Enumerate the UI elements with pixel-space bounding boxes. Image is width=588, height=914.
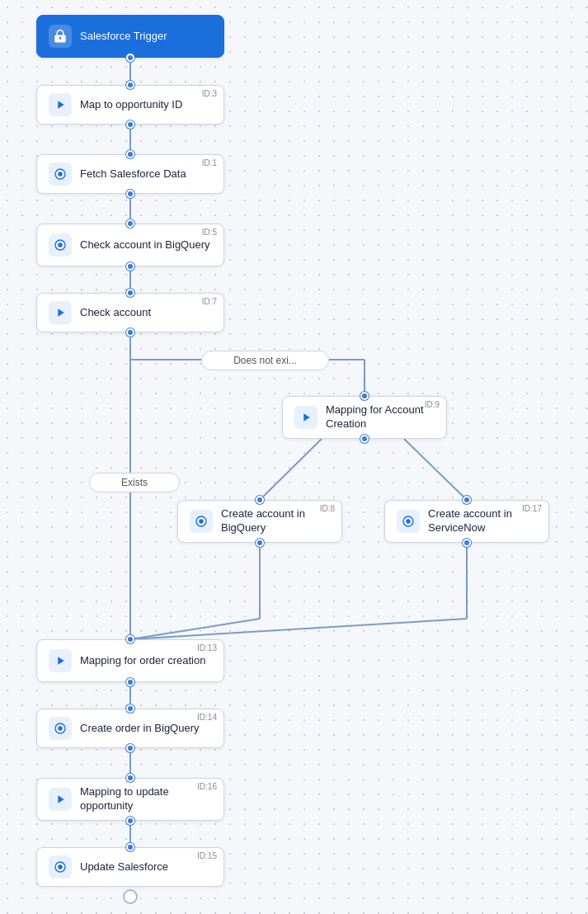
svg-point-28: [58, 726, 62, 730]
svg-line-9: [404, 439, 467, 500]
svg-point-26: [406, 519, 410, 523]
map-opportunity-id: ID:3: [202, 89, 217, 98]
update-salesforce-id: ID:15: [197, 851, 217, 860]
create-order-node[interactable]: Create order in BigQuery ID:14: [36, 709, 224, 748]
fetch-salesforce-node[interactable]: Fetch Salesforce Data ID:1: [36, 154, 224, 194]
connector-dot-n14-bottom: [126, 744, 134, 752]
connector-dot-n8-top: [256, 496, 264, 504]
mapping-account-creation-id: ID:9: [425, 400, 440, 409]
connector-dot-n5-top: [126, 219, 134, 228]
svg-line-13: [130, 619, 467, 639]
create-bigquery-id: ID:8: [320, 504, 335, 513]
trigger-label: Salesforce Trigger: [80, 30, 167, 44]
create-order-id: ID:14: [197, 713, 217, 722]
connector-dot-n7-top: [126, 289, 134, 297]
create-bigquery-icon: [190, 510, 213, 533]
connector-dot-n14-top: [126, 704, 134, 713]
trigger-icon: [49, 25, 72, 48]
mapping-account-creation-label: Mapping for Account Creation: [326, 403, 435, 431]
connector-dot-n1-bottom: [126, 190, 134, 198]
create-bigquery-label: Create account in BigQuery: [221, 507, 330, 535]
mapping-order-icon: [49, 649, 72, 672]
connection-lines: [0, 0, 588, 914]
svg-line-11: [130, 619, 260, 639]
create-servicenow-id: ID:17: [522, 504, 542, 513]
update-salesforce-label: Update Salesforce: [80, 860, 168, 874]
check-account-icon: [49, 301, 72, 324]
mapping-account-icon: [294, 406, 318, 429]
fetch-salesforce-label: Fetch Salesforce Data: [80, 167, 186, 181]
connector-dot-n9-top: [360, 392, 369, 400]
connector-dot-n15-top: [126, 843, 134, 851]
connector-dot-trigger-bottom: [126, 54, 134, 62]
svg-line-8: [260, 439, 322, 500]
exists-badge: Exists: [89, 473, 180, 492]
fetch-salesforce-id: ID:1: [202, 158, 217, 167]
connector-dot-n5-bottom: [126, 262, 134, 271]
mapper-icon-n3: [49, 93, 72, 116]
map-opportunity-label: Map to opportunity ID: [80, 98, 182, 112]
mapping-account-creation-node[interactable]: Mapping for Account Creation ID:9: [282, 396, 447, 439]
fetch-icon: [49, 163, 72, 186]
check-bigquery-icon: [49, 233, 72, 257]
check-bigquery-id: ID:5: [202, 228, 217, 237]
map-opportunity-node[interactable]: Map to opportunity ID ID:3: [36, 85, 224, 125]
check-account-label: Check account: [80, 306, 151, 320]
check-bigquery-node[interactable]: Check account in BigQuery ID:5: [36, 224, 224, 266]
mapping-update-node[interactable]: Mapping to update opportunity ID:16: [36, 778, 224, 821]
mapping-order-id: ID:13: [197, 643, 217, 653]
connector-dot-n1-top: [126, 150, 134, 158]
create-bigquery-node[interactable]: Create account in BigQuery ID:8: [177, 500, 342, 543]
connector-dot-n17-bottom: [463, 539, 471, 547]
connector-dot-n9-bottom: [360, 435, 369, 443]
connector-dot-n3-top: [126, 81, 134, 89]
svg-point-22: [58, 243, 62, 247]
mapping-update-id: ID:16: [197, 782, 217, 791]
mapping-update-label: Mapping to update opportunity: [80, 785, 212, 813]
check-account-id: ID:7: [202, 297, 217, 306]
update-salesforce-icon: [49, 855, 72, 879]
connector-dot-n13-bottom: [126, 678, 134, 686]
mapping-order-node[interactable]: Mapping for order creation ID:13: [36, 639, 224, 682]
connector-dot-n13-top: [126, 635, 134, 643]
create-servicenow-icon: [397, 510, 420, 533]
create-servicenow-label: Create account in ServiceNow: [428, 507, 537, 535]
mapping-order-label: Mapping for order creation: [80, 654, 205, 668]
connector-dot-n17-top: [463, 496, 471, 504]
svg-point-18: [124, 890, 137, 903]
mapping-update-icon: [49, 788, 72, 811]
connector-dot-n7-bottom: [126, 328, 134, 337]
create-order-label: Create order in BigQuery: [80, 722, 200, 736]
does-not-exist-badge: Does not exi...: [201, 351, 329, 370]
connector-dot-n16-bottom: [126, 817, 134, 825]
create-servicenow-node[interactable]: Create account in ServiceNow ID:17: [384, 500, 549, 543]
connector-dot-n8-bottom: [256, 539, 264, 547]
update-salesforce-node[interactable]: Update Salesforce ID:15: [36, 847, 224, 887]
create-order-icon: [49, 717, 72, 740]
connector-dot-n3-bottom: [126, 120, 134, 129]
connector-dot-n16-top: [126, 774, 134, 782]
svg-point-20: [58, 172, 62, 176]
svg-point-24: [199, 519, 203, 523]
svg-point-30: [58, 865, 62, 869]
check-account-node[interactable]: Check account ID:7: [36, 293, 224, 332]
check-bigquery-label: Check account in BigQuery: [80, 238, 210, 252]
trigger-node[interactable]: Salesforce Trigger: [36, 15, 224, 58]
